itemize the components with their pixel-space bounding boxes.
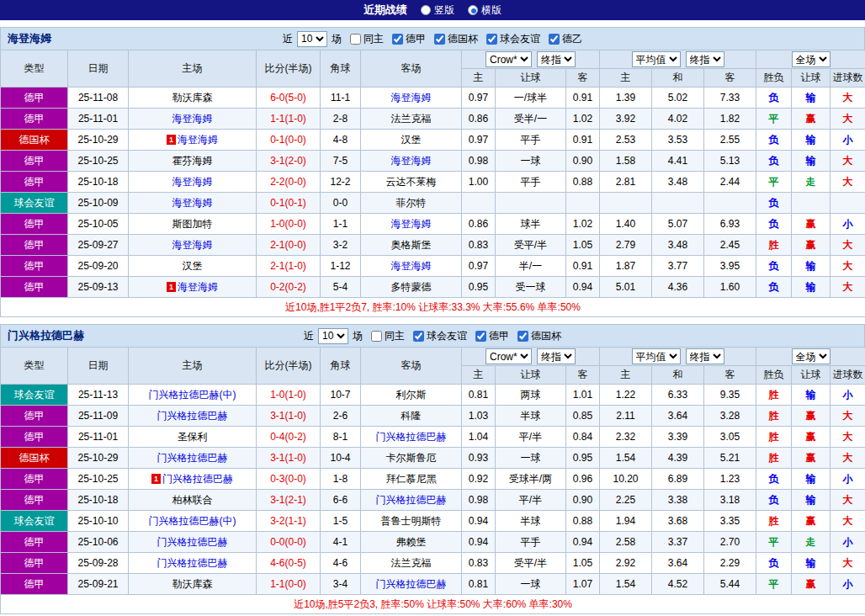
league-type-badge: 德甲	[1, 553, 68, 574]
checkbox-input[interactable]	[549, 34, 560, 45]
recent-count-select[interactable]: 10	[297, 31, 327, 47]
summary-line: 近10场,胜1平2负7, 胜率:10% 让球率:33.3% 大率:55.6% 单…	[1, 298, 865, 317]
period-select[interactable]: 全场	[792, 348, 831, 364]
focus-team-link[interactable]: 海登海姆	[391, 260, 432, 272]
team-link[interactable]: 普鲁士明斯特	[381, 515, 442, 527]
focus-team-link[interactable]: 门兴格拉德巴赫	[376, 431, 447, 443]
checkbox-input[interactable]	[475, 331, 486, 342]
goals-over-under-result: 大	[831, 256, 865, 277]
team-link[interactable]: 汉堡	[183, 260, 203, 272]
focus-team-link[interactable]: 门兴格拉德巴赫	[162, 473, 233, 485]
handicap-line	[496, 193, 566, 214]
league-filter-checkbox[interactable]: 德国杯	[434, 32, 478, 46]
section-header: 门兴格拉德巴赫 近10场同主球会友谊德甲德国杯	[0, 324, 865, 347]
column-header: 客场	[361, 50, 462, 88]
checkbox-input[interactable]	[434, 34, 445, 45]
team-link[interactable]: 卡尔斯鲁厄	[386, 452, 437, 464]
focus-team-link[interactable]: 门兴格拉德巴赫	[157, 557, 228, 569]
team-link[interactable]: 柏林联合	[172, 494, 213, 506]
handicap-odds-home: 0.81	[462, 574, 496, 595]
focus-team-link[interactable]: 海登海姆	[172, 113, 213, 125]
focus-team-link[interactable]: 海登海姆	[178, 281, 218, 293]
sub-column-header: 让球	[792, 366, 831, 385]
handicap-result: 走	[792, 172, 831, 193]
odds-stage-select[interactable]: 终指	[537, 51, 576, 67]
team-link[interactable]: 云达不莱梅	[386, 176, 437, 188]
goals-over-under-result: 大	[831, 172, 865, 193]
checkbox-input[interactable]	[392, 34, 403, 45]
avg-odds-home: 1.22	[600, 385, 652, 406]
team-link[interactable]: 圣保利	[178, 431, 208, 443]
odds-stage-select[interactable]: 终指	[537, 348, 576, 364]
recent-count-select[interactable]: 10	[318, 328, 348, 344]
league-filter-checkbox[interactable]: 德甲	[392, 32, 426, 46]
team-link[interactable]: 斯图加特	[172, 218, 213, 230]
win-lose-result: 平	[756, 574, 792, 595]
match-score: 4-6(0-5)	[257, 553, 321, 574]
same-venue-checkbox[interactable]: 同主	[350, 32, 384, 46]
checkbox-input[interactable]	[350, 34, 361, 45]
checkbox-input[interactable]	[517, 331, 528, 342]
match-date: 25-10-06	[68, 532, 129, 553]
handicap-odds-home: 0.95	[462, 277, 496, 298]
handicap-odds-home: 0.83	[462, 553, 496, 574]
team-link[interactable]: 奥格斯堡	[391, 239, 432, 251]
checkbox-input[interactable]	[371, 331, 382, 342]
league-type-badge: 德甲	[1, 490, 68, 511]
checkbox-input[interactable]	[486, 34, 497, 45]
avg-odds-draw: 3.64	[652, 553, 704, 574]
win-lose-result: 负	[756, 193, 792, 214]
focus-team-link[interactable]: 门兴格拉德巴赫(中)	[149, 389, 236, 401]
away-team-cell: 门兴格拉德巴赫	[361, 490, 462, 511]
layout-radio-vertical[interactable]: 竖版	[421, 3, 454, 18]
checkbox-input[interactable]	[413, 331, 424, 342]
focus-team-link[interactable]: 海登海姆	[172, 239, 213, 251]
radio-circle-icon	[421, 5, 431, 15]
league-filter-checkbox[interactable]: 球会友谊	[413, 329, 467, 343]
team-link[interactable]: 汉堡	[401, 134, 422, 146]
team-link[interactable]: 法兰克福	[391, 557, 432, 569]
home-team-cell: 勒沃库森	[129, 88, 257, 109]
league-filter-checkbox[interactable]: 球会友谊	[486, 32, 540, 46]
sub-column-header: 主	[462, 366, 496, 385]
team-link[interactable]: 法兰克福	[391, 113, 432, 125]
focus-team-link[interactable]: 海登海姆	[391, 155, 432, 167]
same-venue-checkbox[interactable]: 同主	[371, 329, 405, 343]
corners-score: 11-1	[321, 88, 361, 109]
focus-team-link[interactable]: 门兴格拉德巴赫	[376, 494, 447, 506]
league-filter-checkbox[interactable]: 德国杯	[517, 329, 561, 343]
team-link[interactable]: 弗赖堡	[396, 536, 427, 548]
focus-team-link[interactable]: 海登海姆	[178, 134, 218, 146]
focus-team-link[interactable]: 门兴格拉德巴赫	[157, 452, 228, 464]
match-score: 0-0(0-0)	[257, 532, 321, 553]
league-filter-checkbox[interactable]: 德甲	[475, 329, 509, 343]
team-link[interactable]: 利尔斯	[396, 389, 427, 401]
focus-team-link[interactable]: 门兴格拉德巴赫	[157, 410, 228, 422]
team-link[interactable]: 拜仁慕尼黑	[386, 473, 437, 485]
team-link[interactable]: 科隆	[401, 410, 422, 422]
league-filter-checkbox[interactable]: 德乙	[549, 32, 582, 46]
odds-stage-select[interactable]: 终指	[686, 348, 724, 364]
focus-team-link[interactable]: 海登海姆	[391, 92, 432, 104]
layout-radio-horizontal[interactable]: 横版	[468, 3, 501, 18]
match-date: 25-09-21	[68, 574, 129, 595]
focus-team-link[interactable]: 门兴格拉德巴赫(中)	[149, 515, 236, 527]
team-link[interactable]: 菲尔特	[396, 197, 427, 209]
focus-team-link[interactable]: 海登海姆	[172, 176, 213, 188]
team-link[interactable]: 霍芬海姆	[172, 155, 213, 167]
team-link[interactable]: 多特蒙德	[391, 281, 432, 293]
period-select[interactable]: 全场	[792, 51, 831, 67]
focus-team-link[interactable]: 海登海姆	[391, 218, 432, 230]
bookmaker-select[interactable]: Crow*	[486, 348, 532, 364]
home-team-cell: 勒沃库森	[129, 574, 257, 595]
focus-team-link[interactable]: 门兴格拉德巴赫	[157, 536, 228, 548]
odds-stage-select[interactable]: 终指	[686, 51, 724, 67]
bookmaker-select[interactable]: Crow*	[486, 51, 532, 67]
focus-team-link[interactable]: 海登海姆	[172, 197, 213, 209]
focus-team-link[interactable]: 门兴格拉德巴赫	[376, 578, 447, 590]
average-select[interactable]: 平均值	[632, 348, 681, 364]
team-link[interactable]: 勒沃库森	[172, 92, 213, 104]
average-select[interactable]: 平均值	[632, 51, 681, 67]
team-link[interactable]: 勒沃库森	[172, 578, 213, 590]
league-type-badge: 德甲	[1, 109, 68, 130]
